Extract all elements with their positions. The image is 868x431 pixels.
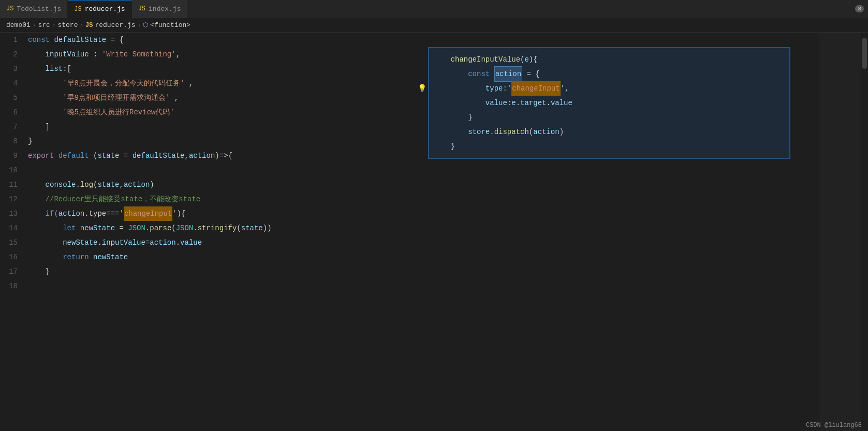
token-colon-2: : — [89, 47, 102, 62]
token-empty-18 — [28, 279, 32, 293]
token-state-11: state — [97, 177, 119, 192]
popup-colon-3: :' — [503, 81, 511, 96]
token-comment-12: //Reducer里只能接受state，不能改变state — [46, 192, 201, 206]
token-typeeq-13: .type=== — [84, 206, 119, 221]
popup-fn-name: changeInputValue — [451, 52, 520, 67]
popup-brace-5: } — [468, 110, 472, 125]
code-line-14: let newState = JSON.parse(JSON.stringify… — [28, 221, 868, 235]
line-num-12: 12 — [0, 192, 18, 206]
line-num-2: 2 — [0, 47, 18, 62]
token-indent-4 — [28, 76, 63, 91]
token-comma-4: , — [184, 76, 193, 91]
popup-paren-6a: ( — [529, 125, 533, 139]
popup-action-6: action — [533, 125, 559, 139]
token-indent-12 — [28, 192, 46, 206]
token-parse: parse — [150, 221, 171, 235]
token-indent-6 — [28, 105, 63, 120]
tab-index[interactable]: JS index.js — [132, 0, 188, 18]
code-line-10 — [28, 163, 868, 177]
popup-indent-6 — [433, 125, 468, 139]
tab-todolist[interactable]: JS TodoList.js — [0, 0, 68, 18]
token-list: list — [46, 62, 63, 76]
line-num-10: 10 — [0, 163, 18, 177]
token-brace-8: } — [28, 134, 32, 148]
tab-label-index: index.js — [149, 5, 181, 13]
code-line-16: return newState — [28, 250, 868, 264]
scrollbar-thumb[interactable] — [862, 38, 867, 69]
token-bracket-7: ] — [46, 120, 50, 134]
breadcrumb-demo01[interactable]: demo01 — [6, 21, 31, 29]
token-action-15: action — [150, 235, 175, 250]
popup-line-4: value:e.target.value — [429, 96, 789, 110]
popup-action-highlight: action — [494, 66, 522, 82]
token-indent-16 — [28, 250, 63, 264]
code-line-15: newState.inputValue=action.value — [28, 235, 868, 250]
token-console: console — [46, 177, 76, 192]
line-numbers: 1 2 3 4 5 6 7 8 9 10 11 12 13 14 15 16 1… — [0, 33, 26, 431]
popup-overlay: changeInputValue(e){ const action = { 💡 … — [428, 47, 790, 159]
token-indent-11 — [28, 177, 46, 192]
line-num-7: 7 — [0, 120, 18, 134]
token-dot-11a: . — [76, 177, 80, 192]
token-dot-14a: . — [145, 221, 150, 235]
csdn-label: CSDN @liulang68 — [806, 422, 862, 429]
minimap[interactable] — [819, 33, 861, 431]
breadcrumb-sep-2: › — [52, 22, 56, 28]
line-num-4: 4 — [0, 76, 18, 91]
token-empty-10 — [28, 163, 32, 177]
token-default: default — [58, 148, 93, 163]
bulb-icon[interactable]: 💡 — [418, 81, 426, 96]
popup-indent-7 — [433, 139, 451, 154]
token-dot-15: . — [97, 235, 101, 250]
line-num-5: 5 — [0, 91, 18, 105]
popup-dot-6: . — [490, 125, 494, 139]
popup-line-3: 💡 type:'changeInput', — [429, 81, 789, 96]
token-inputvalue: inputValue — [46, 47, 89, 62]
token-indent-14 — [28, 221, 63, 235]
breadcrumb-reducer[interactable]: reducer.js — [95, 21, 135, 29]
breadcrumb-store[interactable]: store — [57, 21, 78, 29]
token-json2: JSON — [176, 221, 194, 235]
token-brace-13: ){ — [177, 206, 186, 221]
tab-label-reducer: reducer.js — [85, 5, 125, 13]
token-comma-11: , — [119, 177, 123, 192]
token-dot-14b: . — [193, 221, 197, 235]
code-line-1: const defaultState = { — [28, 33, 868, 47]
tab-js-icon-reducer: JS — [74, 6, 81, 13]
token-indent-2 — [28, 47, 46, 62]
popup-paren-1: ( — [520, 52, 524, 67]
breadcrumb-sep-1: › — [33, 22, 36, 28]
token-indent-13 — [28, 206, 46, 221]
token-indent-3 — [28, 62, 46, 76]
popup-indent-2 — [433, 67, 468, 81]
line-num-14: 14 — [0, 221, 18, 235]
popup-value-2: value — [551, 96, 572, 110]
code-content[interactable]: const defaultState = { inputValue : 'Wri… — [26, 33, 868, 431]
token-newstate-16: newState — [93, 250, 128, 264]
tab-reducer[interactable]: JS reducer.js — [68, 0, 131, 18]
line-num-8: 8 — [0, 134, 18, 148]
token-indent-5 — [28, 91, 63, 105]
token-log: log — [80, 177, 93, 192]
popup-target: target — [520, 96, 546, 110]
line-num-11: 11 — [0, 177, 18, 192]
token-stringify: stringify — [198, 221, 237, 235]
token-defaultstate-9: defaultState — [133, 148, 185, 163]
code-line-12: //Reducer里只能接受state，不能改变state — [28, 192, 868, 206]
breadcrumb-src[interactable]: src — [38, 21, 50, 29]
scrollbar[interactable] — [861, 33, 868, 431]
line-num-16: 16 — [0, 250, 18, 264]
breadcrumb-func-icon: ⬡ — [143, 21, 148, 29]
code-line-11: console.log(state,action) — [28, 177, 868, 192]
popup-colon-4: : — [507, 96, 511, 110]
code-line-17: } — [28, 264, 868, 279]
breadcrumb-function[interactable]: <function> — [150, 21, 190, 29]
token-newstate-15: newState — [63, 235, 97, 250]
popup-indent-1 — [433, 52, 451, 67]
token-eq-1: = { — [106, 33, 124, 47]
token-comma-5: , — [170, 91, 179, 105]
popup-eq-2: = { — [522, 67, 540, 81]
popup-line-1: changeInputValue(e){ — [429, 52, 789, 67]
breadcrumb-js-icon: JS — [85, 22, 93, 29]
code-line-13: if(action.type==='changeInput'){ — [28, 206, 868, 221]
